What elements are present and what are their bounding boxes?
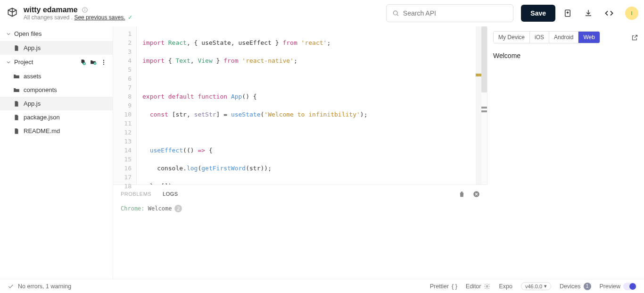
folder-icon: [13, 87, 20, 93]
device-tab-mydevice[interactable]: My Device: [494, 32, 530, 43]
new-folder-icon[interactable]: [90, 59, 97, 66]
editor-settings-button[interactable]: Editor: [466, 283, 491, 290]
import-icon[interactable]: [559, 5, 576, 22]
scrollbar[interactable]: [481, 26, 487, 184]
project-item-folder[interactable]: components: [0, 83, 113, 97]
new-file-icon[interactable]: [80, 59, 86, 66]
svg-line-4: [397, 14, 398, 16]
file-icon: [13, 114, 20, 121]
status-text: No errors, 1 warning: [18, 283, 71, 290]
gear-icon: [484, 283, 490, 290]
expo-label: Expo: [499, 283, 512, 290]
caret-down-icon: ▾: [544, 283, 547, 289]
devices-count-badge: 1: [584, 283, 591, 290]
folder-icon: [13, 73, 20, 80]
download-icon[interactable]: [580, 5, 597, 22]
file-icon: [13, 100, 20, 107]
close-panel-icon[interactable]: [473, 191, 480, 198]
prettier-button[interactable]: Prettier { }: [430, 283, 457, 290]
log-count-badge: 2: [174, 205, 182, 212]
header: witty edamame All changes saved . See pr…: [0, 0, 644, 26]
more-icon[interactable]: [100, 59, 107, 66]
preview-output: Welcome: [487, 48, 644, 279]
project-item-file[interactable]: package.json: [0, 110, 113, 124]
device-tab-ios[interactable]: iOS: [530, 32, 549, 43]
file-icon: [13, 128, 20, 134]
project-title: witty edamame: [24, 6, 78, 14]
open-external-icon[interactable]: [631, 34, 638, 41]
status-bar: No errors, 1 warning Prettier { } Editor…: [0, 279, 644, 293]
trash-icon[interactable]: [458, 191, 465, 198]
svg-point-9: [103, 61, 104, 62]
braces-icon: { }: [452, 283, 457, 290]
project-header[interactable]: Project: [0, 55, 113, 69]
save-button[interactable]: Save: [521, 5, 555, 22]
devices-button[interactable]: Devices 1: [560, 283, 591, 290]
minimap[interactable]: [476, 26, 481, 184]
check-icon: [8, 283, 14, 290]
project-item-file[interactable]: App.js: [0, 97, 113, 110]
save-status: All changes saved . See previous saves. …: [24, 14, 132, 21]
device-tab-web[interactable]: Web: [578, 32, 599, 43]
preview-panel: My Device iOS Android Web Welcome: [487, 26, 644, 279]
file-icon: [13, 45, 20, 51]
app-logo-icon: [6, 7, 19, 20]
preview-toggle[interactable]: Preview: [600, 283, 636, 290]
svg-point-8: [103, 59, 104, 60]
toggle-icon[interactable]: [623, 283, 636, 290]
code-content[interactable]: import React, { useState, useEffect } fr…: [137, 26, 476, 184]
check-icon: ✓: [128, 14, 132, 21]
expo-version-selector[interactable]: v46.0.0 ▾: [521, 282, 551, 290]
device-tabs: My Device iOS Android Web: [493, 31, 600, 43]
search-input[interactable]: [386, 4, 513, 22]
svg-point-3: [394, 11, 397, 15]
code-icon[interactable]: [601, 5, 618, 22]
info-icon[interactable]: [82, 7, 88, 13]
open-files-header[interactable]: Open files: [0, 26, 113, 41]
previous-saves-link[interactable]: See previous saves.: [74, 14, 125, 21]
search-icon: [392, 9, 399, 17]
open-file-item[interactable]: App.js: [0, 41, 113, 55]
chevron-down-icon: [6, 31, 11, 37]
log-output: Chrome: Welcome2: [113, 203, 487, 279]
svg-point-10: [103, 63, 104, 64]
svg-point-2: [84, 8, 85, 8]
tab-logs[interactable]: LOGS: [163, 191, 178, 197]
svg-point-12: [487, 285, 488, 287]
sidebar: Open files App.js Project assets: [0, 26, 113, 279]
code-editor[interactable]: 123456789101112131415161718 import React…: [113, 26, 487, 184]
tab-problems[interactable]: PROBLEMS: [121, 191, 151, 197]
line-gutter: 123456789101112131415161718: [113, 26, 137, 184]
chevron-down-icon: [6, 59, 11, 65]
project-item-file[interactable]: README.md: [0, 124, 113, 138]
device-tab-android[interactable]: Android: [549, 32, 578, 43]
bottom-panel: PROBLEMS LOGS Chrome: Welcome2: [113, 184, 487, 279]
project-item-folder[interactable]: assets: [0, 69, 113, 83]
avatar[interactable]: I: [625, 7, 638, 20]
